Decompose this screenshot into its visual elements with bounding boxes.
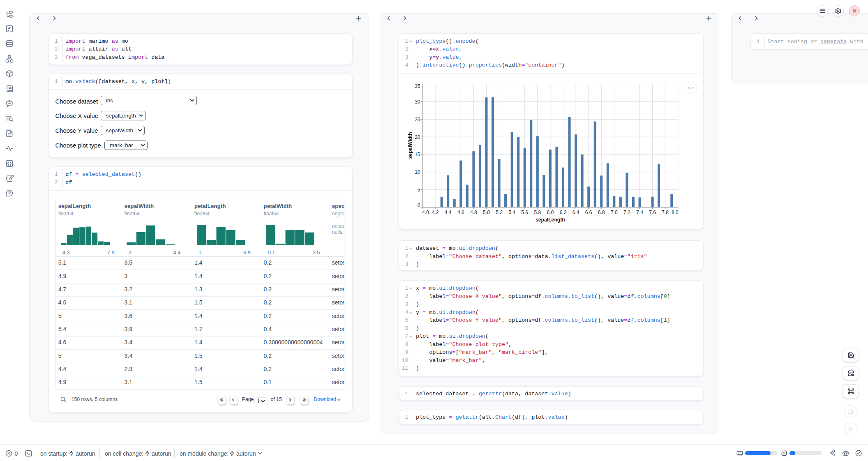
svg-text:4.0: 4.0	[422, 209, 429, 215]
svg-text:7.0: 7.0	[611, 209, 618, 215]
svg-text:15: 15	[415, 152, 421, 157]
svg-text:6.4: 6.4	[573, 209, 579, 215]
svg-text:5.0: 5.0	[483, 209, 490, 215]
svg-text:4.6: 4.6	[457, 209, 464, 215]
svg-text:sepalLength: sepalLength	[536, 217, 565, 223]
svg-text:0: 0	[418, 202, 420, 208]
svg-text:5.8: 5.8	[534, 209, 541, 215]
svg-text:6.8: 6.8	[598, 209, 605, 215]
svg-text:35: 35	[415, 83, 421, 89]
svg-text:7.8: 7.8	[662, 209, 669, 215]
svg-text:30: 30	[415, 99, 421, 105]
svg-text:4.8: 4.8	[471, 209, 478, 215]
svg-text:5: 5	[418, 187, 420, 193]
svg-text:sepalWidth: sepalWidth	[408, 132, 413, 159]
svg-text:6.0: 6.0	[547, 209, 554, 215]
svg-text:25: 25	[415, 116, 421, 122]
svg-text:4.4: 4.4	[445, 209, 452, 215]
svg-text:4.2: 4.2	[432, 209, 439, 215]
svg-text:7.6: 7.6	[649, 209, 656, 215]
svg-text:5.2: 5.2	[496, 209, 503, 215]
svg-text:7.4: 7.4	[637, 209, 644, 215]
svg-text:5.6: 5.6	[522, 209, 529, 215]
svg-text:7.2: 7.2	[624, 209, 631, 215]
svg-text:6.2: 6.2	[560, 209, 567, 215]
svg-text:5.4: 5.4	[509, 209, 516, 215]
svg-text:20: 20	[415, 134, 421, 140]
svg-text:10: 10	[415, 169, 421, 175]
svg-text:6.6: 6.6	[585, 209, 592, 215]
svg-text:8.0: 8.0	[672, 209, 679, 215]
